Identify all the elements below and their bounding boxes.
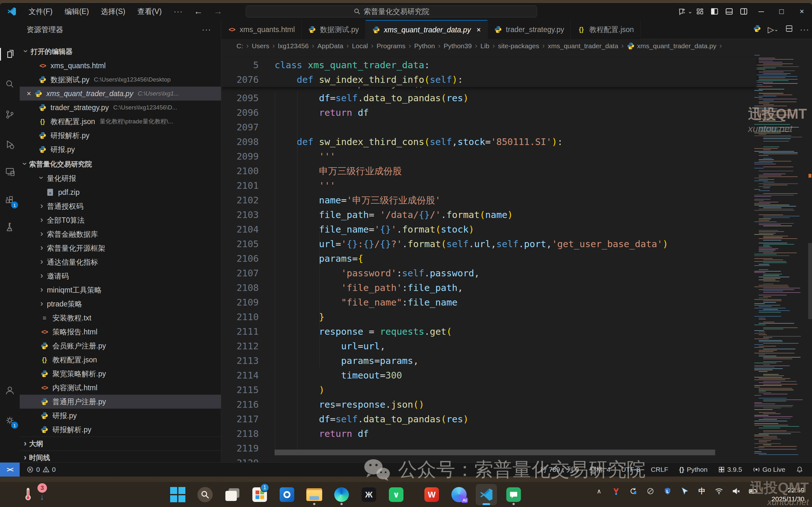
breadcrumb-item[interactable]: site-packages: [498, 42, 539, 50]
taskbar-task-view-icon[interactable]: [222, 485, 242, 505]
activity-testing-icon[interactable]: [2, 220, 17, 235]
timeline-section[interactable]: ›时间线: [20, 451, 221, 462]
tree-folder[interactable]: ›邀请码: [20, 269, 221, 283]
menu-selection[interactable]: 选择(S): [101, 7, 125, 16]
outline-section[interactable]: ›大纲: [20, 437, 221, 451]
taskbar-weather-widget[interactable]: 3 ↓: [22, 485, 57, 504]
code-line[interactable]: 2100 申万三级行业成份股: [221, 164, 812, 178]
taskbar-file-explorer-icon[interactable]: [304, 485, 324, 505]
code-line[interactable]: 2114 timeout=300: [221, 368, 812, 383]
taskbar-start-icon[interactable]: [168, 485, 188, 505]
tree-folder[interactable]: ›全部T0算法: [20, 213, 221, 227]
tray-redv-icon[interactable]: [611, 486, 621, 496]
tray-cursor-icon[interactable]: [680, 486, 690, 496]
tree-file[interactable]: {}教程配置.json: [20, 353, 221, 367]
tree-folder[interactable]: ›量化研报: [20, 171, 221, 185]
code-line[interactable]: 2103 file_path= '/data/{}/'.format(name): [221, 208, 812, 222]
close-icon[interactable]: ×: [27, 89, 31, 98]
minimap[interactable]: [752, 54, 808, 456]
tree-file[interactable]: 聚宽策略解析.py: [20, 367, 221, 381]
sticky-line[interactable]: 5class xms_quant_trader_data:: [221, 58, 756, 72]
nav-back-icon[interactable]: ←: [194, 6, 203, 16]
tree-folder[interactable]: ›ptrade策略: [20, 297, 221, 311]
activity-source-control-icon[interactable]: [2, 107, 17, 122]
python-interpreter-icon[interactable]: [753, 25, 761, 34]
status--789-9[interactable]: 行 789，列 9: [540, 465, 579, 474]
breadcrumb-item[interactable]: C:: [236, 42, 243, 50]
toggle-secondary-sidebar-icon[interactable]: [737, 4, 751, 19]
window-maximize-button[interactable]: □: [771, 3, 792, 20]
activity-remote-explorer-icon[interactable]: [2, 164, 17, 179]
tray-ime-icon[interactable]: 中: [697, 486, 707, 496]
breadcrumb[interactable]: C:›Users›lxg123456›AppData›Local›Program…: [221, 39, 812, 53]
activity-extensions-icon[interactable]: 1: [2, 192, 17, 208]
breadcrumb-item[interactable]: Lib: [481, 42, 489, 50]
code-line[interactable]: 2097: [221, 120, 812, 134]
sticky-line[interactable]: 2076 def sw_index_third_info(self):: [221, 72, 756, 87]
open-editor-item[interactable]: {}教程配置.json量化教程\ptrade量化教程\...: [20, 115, 221, 128]
menu-file[interactable]: 文件(F): [29, 7, 52, 16]
status-utf-8[interactable]: UTF-8: [621, 466, 640, 473]
activity-accounts-icon[interactable]: [2, 383, 17, 398]
run-button[interactable]: ▷⌄: [768, 25, 778, 35]
open-editor-item[interactable]: ×xms_quant_trader_data.pyC:\Users\lxg1..…: [20, 87, 221, 101]
taskbar-store-icon[interactable]: 1: [250, 485, 270, 505]
taskbar-clock[interactable]: 22:59 2025/11/30: [771, 486, 804, 504]
breadcrumb-item[interactable]: AppData: [317, 42, 343, 50]
code-line[interactable]: 2107 'password':self.password,: [221, 266, 812, 280]
status-crlf[interactable]: CRLF: [651, 466, 668, 473]
tray-battery-icon[interactable]: [749, 486, 758, 496]
tree-folder[interactable]: ›miniqmt工具策略: [20, 283, 221, 297]
open-editors-header[interactable]: ›打开的编辑器: [20, 45, 221, 59]
tree-folder[interactable]: ›通达信量化指标: [20, 255, 221, 269]
breadcrumb-item[interactable]: Users: [252, 42, 269, 50]
taskbar-wechat-icon[interactable]: [503, 485, 524, 505]
window-minimize-button[interactable]: ─: [751, 3, 771, 20]
tree-file[interactable]: <>内容测试.html: [20, 381, 221, 395]
status-3-9-5[interactable]: 3.9.5: [718, 466, 742, 473]
open-editor-item[interactable]: 研报解析.py: [20, 128, 221, 143]
tab-数据测试.py[interactable]: 数据测试.py: [302, 20, 366, 39]
tab-教程配置.json[interactable]: {}教程配置.json: [571, 20, 641, 39]
code-line[interactable]: 2106 params={: [221, 251, 812, 266]
code-line[interactable]: 2096 return df: [221, 105, 812, 120]
code-line[interactable]: 2102 name='申万三级行业成份股': [221, 193, 812, 208]
breadcrumb-item[interactable]: lxg123456: [278, 42, 309, 50]
more-actions-icon[interactable]: ···: [800, 25, 809, 34]
tree-file[interactable]: <>策略报告.html: [20, 325, 221, 339]
code-line[interactable]: 2118 return df: [221, 427, 812, 441]
activity-explorer-icon[interactable]: [2, 47, 17, 62]
close-icon[interactable]: ×: [477, 26, 481, 34]
taskbar-vscode-icon[interactable]: [476, 485, 496, 505]
tree-file[interactable]: 研报.py: [20, 409, 221, 422]
status--4[interactable]: 空格: 4: [590, 465, 610, 474]
taskbar-taskbar-search-icon[interactable]: [195, 485, 215, 505]
open-editor-item[interactable]: <>xms_quants.html: [20, 59, 221, 73]
code-line[interactable]: 2108 'file_path':file_path,: [221, 280, 812, 295]
code-line[interactable]: 2120: [221, 456, 812, 462]
menu-overflow[interactable]: ···: [174, 7, 183, 16]
window-close-button[interactable]: ×: [792, 3, 812, 20]
tab-xms_quants.html[interactable]: <>xms_quants.html: [221, 20, 302, 39]
toggle-panel-icon[interactable]: [722, 4, 737, 19]
problems-indicator[interactable]: 0 0: [27, 463, 56, 476]
code-line[interactable]: 2116 res=response.json(): [221, 397, 812, 412]
code-line[interactable]: 2095 df=self.data_to_pandas(res): [221, 91, 812, 105]
activity-run-debug-icon[interactable]: [2, 137, 17, 152]
open-editor-item[interactable]: 数据测试.pyC:\Users\lxg123456\Desktop: [20, 73, 221, 87]
status-python[interactable]: {}Python: [679, 466, 708, 473]
tree-file[interactable]: 普通用户注册.py: [20, 395, 221, 409]
split-editor-icon[interactable]: [785, 25, 793, 34]
tray-volmute-icon[interactable]: [732, 486, 741, 496]
activity-settings-icon[interactable]: 1: [2, 413, 17, 428]
copilot-icon[interactable]: ⌄: [678, 4, 693, 19]
code-line[interactable]: 2112 url=url,: [221, 339, 812, 353]
tray-wifi-icon[interactable]: [714, 486, 724, 496]
customize-layout-icon[interactable]: [693, 4, 707, 19]
horizontal-scrollbar[interactable]: [275, 450, 715, 455]
taskbar-wps-icon[interactable]: W: [422, 485, 442, 505]
taskbar-outlook-icon[interactable]: [277, 485, 297, 505]
code-line[interactable]: 2101 ''': [221, 178, 812, 193]
bell-icon[interactable]: [796, 466, 803, 473]
tree-folder[interactable]: ›索普量化开源框架: [20, 241, 221, 255]
